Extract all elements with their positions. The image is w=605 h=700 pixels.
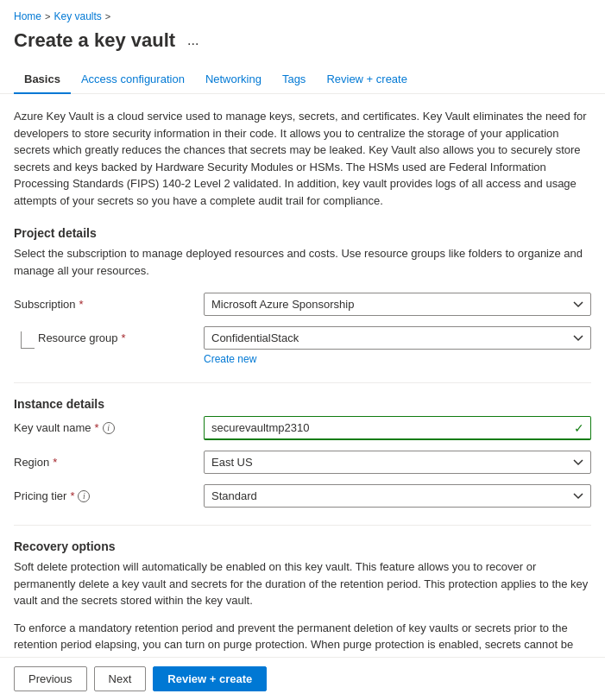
project-details-subtitle: Select the subscription to manage deploy… (14, 245, 591, 279)
subscription-row: Subscription * Microsoft Azure Sponsorsh… (14, 293, 591, 316)
previous-button[interactable]: Previous (14, 666, 87, 691)
pricing-tier-label: Pricing tier * i (14, 484, 204, 502)
subscription-control: Microsoft Azure Sponsorship (204, 293, 591, 316)
resource-group-row: Resource group * ConfidentialStack Creat… (14, 326, 591, 365)
region-control: East US (204, 451, 591, 474)
region-label: Region * (14, 451, 204, 469)
instance-details-section: Instance details Key vault name * i ✓ (14, 397, 591, 508)
keyvault-name-required: * (95, 421, 99, 434)
region-row: Region * East US (14, 451, 591, 474)
divider-1 (14, 382, 591, 383)
keyvault-name-control: ✓ (204, 416, 591, 440)
recovery-options-section: Recovery options Soft delete protection … (14, 539, 591, 670)
valid-checkmark-icon: ✓ (574, 421, 584, 435)
page-title: Create a key vault (14, 29, 175, 52)
content-area: Azure Key Vault is a cloud service used … (0, 94, 605, 700)
next-button[interactable]: Next (94, 666, 147, 691)
indent-line (21, 331, 35, 349)
pricing-tier-required: * (70, 489, 74, 502)
resource-group-dropdown[interactable]: ConfidentialStack (204, 326, 591, 350)
instance-details-title: Instance details (14, 397, 591, 411)
pricing-tier-dropdown[interactable]: Standard (204, 484, 591, 508)
project-details-section: Project details Select the subscription … (14, 226, 591, 365)
divider-2 (14, 525, 591, 526)
pricing-tier-row: Pricing tier * i Standard (14, 484, 591, 508)
resource-group-control: ConfidentialStack Create new (204, 326, 591, 365)
tab-review[interactable]: Review + create (316, 66, 418, 94)
tab-networking[interactable]: Networking (195, 66, 272, 94)
keyvault-name-row: Key vault name * i ✓ (14, 416, 591, 440)
pricing-tier-control: Standard (204, 484, 591, 508)
recovery-options-title: Recovery options (14, 539, 591, 553)
breadcrumb-sep2: > (105, 11, 110, 22)
footer: Previous Next Review + create (0, 657, 605, 700)
keyvault-name-input[interactable] (204, 416, 591, 440)
tab-basics[interactable]: Basics (14, 66, 71, 94)
tab-access[interactable]: Access configuration (71, 66, 195, 94)
breadcrumb-keyvaults[interactable]: Key vaults (54, 10, 101, 22)
region-required: * (53, 456, 57, 469)
review-create-button[interactable]: Review + create (153, 666, 267, 691)
subscription-label: Subscription * (14, 293, 204, 311)
project-details-title: Project details (14, 226, 591, 240)
recovery-text-1: Soft delete protection will automaticall… (14, 558, 591, 609)
keyvault-name-info-icon[interactable]: i (103, 422, 115, 434)
keyvault-name-label: Key vault name * i (14, 416, 204, 434)
subscription-required: * (79, 298, 84, 311)
tab-bar: Basics Access configuration Networking T… (0, 66, 605, 94)
resource-group-label-wrap: Resource group * (14, 326, 204, 349)
keyvault-name-wrapper: ✓ (204, 416, 591, 440)
pricing-tier-info-icon[interactable]: i (78, 490, 90, 502)
subscription-dropdown[interactable]: Microsoft Azure Sponsorship (204, 293, 591, 316)
breadcrumb-home[interactable]: Home (14, 10, 41, 22)
breadcrumb: Home > Key vaults > (0, 0, 605, 26)
page-title-area: Create a key vault ... (0, 26, 605, 66)
region-dropdown[interactable]: East US (204, 451, 591, 474)
create-new-link[interactable]: Create new (204, 353, 256, 365)
ellipsis-button[interactable]: ... (182, 31, 204, 50)
breadcrumb-sep1: > (45, 11, 50, 22)
resource-group-required: * (122, 331, 126, 344)
resource-group-label: Resource group * (38, 331, 126, 344)
description-text: Azure Key Vault is a cloud service used … (14, 108, 591, 209)
tab-tags[interactable]: Tags (272, 66, 316, 94)
